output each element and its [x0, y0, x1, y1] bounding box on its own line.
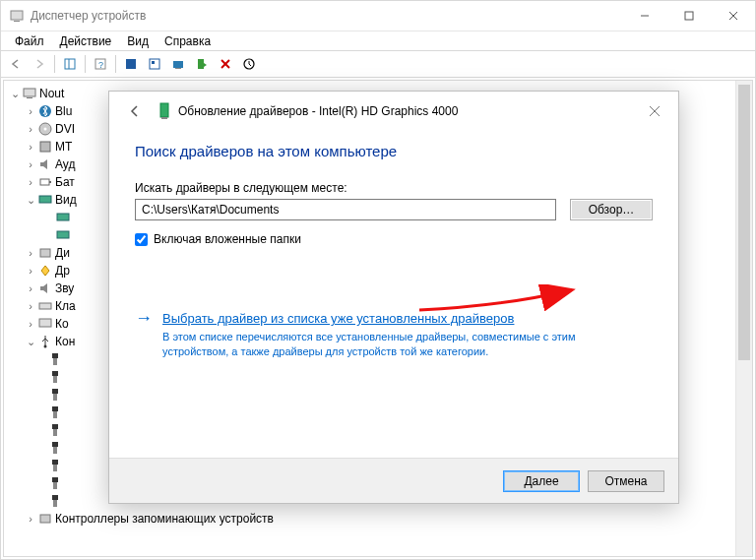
- next-button[interactable]: Далее: [503, 470, 580, 492]
- driver-path-input[interactable]: [135, 199, 556, 220]
- svg-text:?: ?: [98, 60, 103, 70]
- dialog-header: Обновление драйверов - Intel(R) HD Graph…: [109, 92, 678, 131]
- tree-label: Кла: [55, 299, 76, 313]
- toolbar-help-icon[interactable]: ?: [90, 53, 111, 75]
- tree-label: Кон: [55, 335, 75, 348]
- toolbar-update-icon[interactable]: [144, 53, 165, 75]
- svg-rect-28: [57, 214, 69, 220]
- computer-icon: [22, 86, 37, 101]
- expand-icon[interactable]: ›: [24, 123, 37, 135]
- maximize-button[interactable]: [666, 1, 711, 31]
- pick-from-list-block[interactable]: → Выбрать драйвер из списка уже установл…: [135, 311, 653, 359]
- expand-icon[interactable]: ›: [24, 265, 37, 277]
- svg-point-23: [44, 128, 47, 131]
- svg-rect-26: [49, 181, 51, 183]
- app-icon: [9, 8, 25, 24]
- svg-rect-42: [52, 424, 58, 429]
- svg-rect-47: [53, 465, 57, 471]
- toolbar-separator: [54, 55, 55, 73]
- usb-port-icon: [47, 422, 63, 438]
- browse-button[interactable]: Обзор…: [570, 199, 653, 220]
- collapse-icon[interactable]: ⌄: [24, 336, 37, 348]
- svg-rect-46: [52, 460, 58, 465]
- cancel-button[interactable]: Отмена: [588, 470, 664, 492]
- expand-icon[interactable]: ›: [24, 513, 37, 525]
- svg-rect-49: [53, 482, 57, 489]
- usb-port-icon: [47, 440, 63, 456]
- svg-rect-31: [39, 303, 51, 309]
- tree-label: DVI: [55, 122, 75, 136]
- usb-port-icon: [47, 493, 63, 509]
- window-buttons: [622, 1, 755, 31]
- pick-from-list-link[interactable]: Выбрать драйвер из списка уже установлен…: [162, 311, 615, 326]
- svg-rect-53: [160, 103, 168, 117]
- svg-rect-29: [57, 231, 69, 238]
- tree-label: Ко: [55, 317, 69, 331]
- svg-rect-19: [24, 89, 35, 96]
- expand-icon[interactable]: ›: [24, 247, 37, 259]
- svg-rect-1: [14, 21, 20, 22]
- svg-rect-32: [39, 319, 51, 327]
- menu-view[interactable]: Вид: [119, 32, 157, 50]
- vertical-scrollbar[interactable]: [735, 81, 752, 556]
- expand-icon[interactable]: ›: [24, 158, 37, 170]
- svg-rect-54: [161, 117, 167, 119]
- svg-rect-40: [52, 406, 58, 411]
- menu-action[interactable]: Действие: [52, 32, 120, 50]
- svg-rect-37: [53, 376, 57, 383]
- include-subfolders-label: Включая вложенные папки: [154, 232, 301, 246]
- dialog-heading: Поиск драйверов на этом компьютере: [135, 143, 653, 159]
- expand-icon[interactable]: ›: [24, 176, 37, 188]
- tree-label: Бат: [55, 175, 75, 189]
- svg-rect-15: [198, 59, 204, 69]
- toolbar-enable-icon[interactable]: [191, 53, 213, 75]
- tree-label: Контроллеры запоминающих устройств: [55, 512, 274, 526]
- svg-rect-14: [175, 68, 181, 69]
- tree-item-storage-controllers[interactable]: ›Контроллеры запоминающих устройств: [6, 510, 750, 528]
- titlebar: Диспетчер устройств: [1, 1, 755, 31]
- svg-point-33: [44, 345, 47, 348]
- toolbar-back-icon[interactable]: [5, 53, 27, 75]
- toolbar-uninstall-icon[interactable]: [215, 53, 236, 75]
- close-button[interactable]: [711, 1, 755, 31]
- expand-icon[interactable]: ›: [24, 105, 37, 117]
- collapse-icon[interactable]: ⌄: [24, 194, 37, 207]
- expand-icon[interactable]: ›: [24, 141, 37, 153]
- toolbar-properties-icon[interactable]: [120, 53, 142, 75]
- svg-rect-41: [53, 411, 57, 418]
- svg-rect-25: [40, 179, 49, 185]
- include-subfolders-checkbox[interactable]: [135, 233, 148, 246]
- expand-icon[interactable]: ›: [24, 282, 37, 294]
- scrollbar-thumb[interactable]: [738, 85, 750, 360]
- svg-rect-35: [53, 358, 57, 365]
- usb-port-icon: [47, 458, 63, 473]
- collapse-icon[interactable]: ⌄: [8, 88, 22, 100]
- path-row: Обзор…: [135, 199, 653, 220]
- battery-icon: [37, 174, 53, 190]
- tree-label: Ди: [55, 246, 70, 260]
- svg-rect-38: [52, 389, 58, 394]
- include-subfolders-row[interactable]: Включая вложенные папки: [135, 232, 653, 246]
- expand-icon[interactable]: ›: [24, 300, 37, 312]
- expand-icon[interactable]: ›: [24, 318, 37, 330]
- toolbar-separator: [85, 55, 86, 73]
- dialog-close-button[interactable]: [639, 97, 670, 125]
- tree-root-label: Nout: [39, 87, 64, 100]
- minimize-button[interactable]: [622, 1, 666, 31]
- arrow-right-icon: →: [135, 311, 153, 359]
- menu-file[interactable]: Файл: [7, 32, 52, 50]
- usb-port-icon: [47, 387, 63, 403]
- toolbar-scan-changes-icon[interactable]: [238, 53, 260, 75]
- device-icon: [37, 139, 53, 155]
- storage-icon: [37, 511, 53, 527]
- svg-rect-20: [27, 97, 32, 98]
- dialog-footer: Далее Отмена: [109, 458, 678, 503]
- back-button[interactable]: [123, 99, 147, 123]
- svg-rect-30: [40, 249, 50, 257]
- svg-rect-3: [685, 12, 693, 20]
- menu-help[interactable]: Справка: [157, 32, 219, 50]
- toolbar-scan-icon[interactable]: [167, 53, 189, 75]
- toolbar-forward-icon[interactable]: [29, 53, 50, 75]
- toolbar-show-hide-icon[interactable]: [59, 53, 81, 75]
- svg-rect-39: [53, 394, 57, 401]
